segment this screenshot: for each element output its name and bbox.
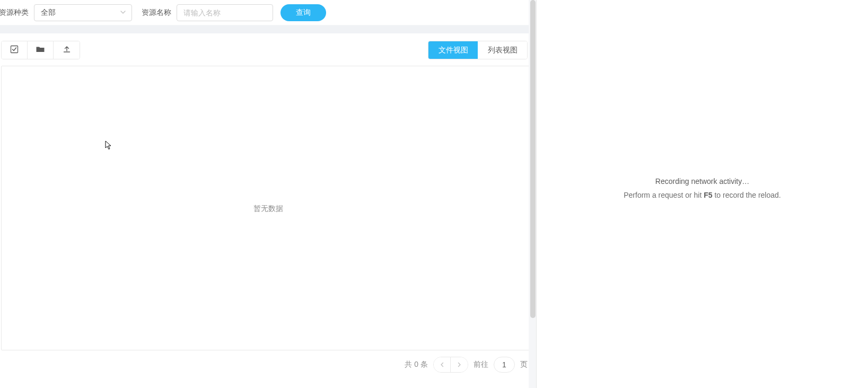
select-all-icon — [10, 45, 19, 55]
chevron-left-icon — [440, 361, 445, 369]
gap — [0, 25, 536, 33]
upload-icon — [63, 45, 71, 55]
toolbar: 文件视图 列表视图 — [0, 33, 536, 59]
svg-rect-0 — [11, 46, 18, 53]
devtools-hint-suffix: to record the reload. — [713, 191, 781, 199]
new-folder-button[interactable] — [28, 41, 54, 59]
view-toggle: 文件视图 列表视图 — [428, 41, 528, 59]
content-card: 文件视图 列表视图 暂无数据 共 0 条 — [0, 33, 536, 388]
pagination: 共 0 条 前往 页 — [0, 350, 536, 373]
resource-type-value: 全部 — [41, 8, 56, 17]
resource-name-input[interactable] — [177, 4, 273, 21]
folder-icon — [36, 45, 45, 55]
devtools-recording-title: Recording network activity… — [537, 175, 868, 189]
devtools-hint-key: F5 — [704, 191, 712, 199]
chevron-down-icon — [120, 8, 126, 17]
upload-button[interactable] — [54, 41, 80, 59]
devtools-empty-state: Recording network activity… Perform a re… — [537, 175, 868, 202]
chevron-right-icon — [457, 361, 462, 369]
devtools-hint-prefix: Perform a request or hit — [624, 191, 704, 199]
resource-type-label: 资源种类 — [0, 8, 29, 17]
resource-type-select[interactable]: 全部 — [34, 4, 132, 21]
goto-label: 前往 — [474, 360, 488, 369]
page-suffix: 页 — [520, 360, 528, 369]
file-view-tab[interactable]: 文件视图 — [428, 41, 478, 59]
pager — [433, 357, 468, 373]
next-page-button[interactable] — [451, 357, 468, 372]
pagination-total: 共 0 条 — [405, 360, 428, 369]
devtools-pane: Recording network activity… Perform a re… — [536, 0, 868, 388]
app-pane: 资源种类 全部 资源名称 查询 — [0, 0, 536, 388]
scrollbar-thumb[interactable] — [530, 0, 536, 318]
list-view-tab[interactable]: 列表视图 — [478, 41, 527, 59]
vertical-scrollbar[interactable] — [529, 0, 536, 388]
prev-page-button[interactable] — [434, 357, 451, 372]
page-number-input[interactable] — [494, 357, 515, 373]
resource-name-label: 资源名称 — [142, 8, 171, 17]
cursor-icon — [105, 140, 112, 152]
filter-bar: 资源种类 全部 资源名称 查询 — [0, 0, 536, 25]
empty-message: 暂无数据 — [253, 204, 283, 214]
devtools-hint: Perform a request or hit F5 to record th… — [537, 189, 868, 202]
icon-button-group — [1, 41, 80, 59]
data-area: 暂无数据 — [1, 66, 535, 350]
search-button[interactable]: 查询 — [280, 4, 326, 21]
select-all-button[interactable] — [2, 41, 28, 59]
